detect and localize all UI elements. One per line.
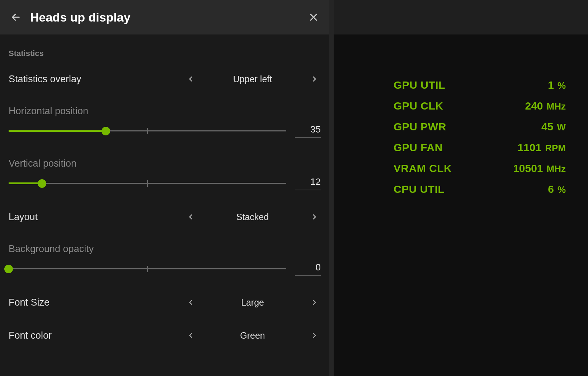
label-vertical-position: Vertical position (9, 158, 321, 169)
layout-value: Stacked (212, 212, 293, 222)
font-size-prev-button[interactable] (184, 296, 197, 309)
back-button[interactable] (9, 10, 23, 24)
selector-layout: Stacked (184, 210, 321, 223)
hud-unit: RPM (545, 143, 566, 154)
background-opacity-value[interactable]: 0 (295, 262, 321, 276)
layout-prev-button[interactable] (184, 210, 197, 223)
statistics-overlay-next-button[interactable] (308, 73, 321, 85)
hud-label: GPU PWR (394, 121, 446, 133)
font-size-value: Large (212, 297, 293, 308)
font-color-prev-button[interactable] (184, 329, 197, 342)
chevron-left-icon (187, 213, 194, 221)
panel-header: Heads up display (0, 0, 329, 34)
hud-label: GPU UTIL (394, 79, 445, 91)
hud-label: GPU FAN (394, 141, 443, 154)
hud-line: CPU UTIL 6 % (394, 183, 566, 195)
label-font-size: Font Size (9, 297, 50, 308)
hud-label: CPU UTIL (394, 183, 444, 195)
hud-value: 45 (541, 121, 553, 133)
slider-row-vertical: 12 (9, 176, 321, 190)
font-size-next-button[interactable] (308, 296, 321, 309)
row-statistics-overlay: Statistics overlay Upper left (9, 73, 321, 85)
vertical-position-value[interactable]: 12 (295, 176, 321, 190)
slider-row-horizontal: 35 (9, 124, 321, 138)
hud-line: GPU UTIL 1 % (394, 79, 566, 91)
arrow-left-icon (11, 12, 21, 22)
hud-value: 1101 (517, 141, 541, 154)
hud-unit: % (558, 80, 566, 91)
hud-line: GPU CLK 240 MHz (394, 100, 566, 112)
row-font-size: Font Size Large (9, 296, 321, 309)
hud-preview: GPU UTIL 1 % GPU CLK 240 MHz GPU PWR 45 … (394, 79, 566, 195)
hud-line: GPU FAN 1101 RPM (394, 141, 566, 154)
label-font-color: Font color (9, 330, 52, 341)
label-background-opacity: Background opacity (9, 243, 321, 255)
chevron-right-icon (311, 75, 318, 83)
app-root: Heads up display Statistics Statistics o… (0, 0, 588, 376)
row-layout: Layout Stacked (9, 210, 321, 223)
chevron-right-icon (311, 213, 318, 221)
label-layout: Layout (9, 212, 38, 223)
font-color-value: Green (212, 330, 293, 341)
selector-font-color: Green (184, 329, 321, 342)
layout-next-button[interactable] (308, 210, 321, 223)
row-font-color: Font color Green (9, 329, 321, 342)
selector-font-size: Large (184, 296, 321, 309)
chevron-right-icon (311, 332, 318, 339)
horizontal-position-value[interactable]: 35 (295, 124, 321, 138)
hud-value: 240 (525, 100, 543, 112)
hud-line: GPU PWR 45 W (394, 121, 566, 133)
hud-label: GPU CLK (394, 100, 443, 112)
chevron-left-icon (187, 299, 194, 306)
chevron-left-icon (187, 332, 194, 339)
hud-value: 10501 (513, 162, 543, 175)
slider-thumb[interactable] (102, 127, 110, 135)
label-horizontal-position: Horizontal position (9, 106, 321, 117)
slider-thumb[interactable] (38, 179, 46, 188)
row-vertical-position: Vertical position 12 (9, 158, 321, 190)
label-statistics-overlay: Statistics overlay (9, 74, 81, 85)
hud-unit: % (558, 184, 566, 195)
statistics-overlay-value: Upper left (212, 74, 293, 84)
horizontal-position-slider[interactable] (9, 127, 286, 135)
close-icon (309, 12, 319, 22)
statistics-overlay-prev-button[interactable] (184, 73, 197, 85)
hud-line: VRAM CLK 10501 MHz (394, 162, 566, 175)
hud-unit: MHz (547, 101, 566, 112)
vertical-position-slider[interactable] (9, 179, 286, 188)
section-title-statistics: Statistics (9, 49, 321, 58)
hud-value: 1 (548, 79, 554, 91)
hud-value: 6 (548, 183, 554, 195)
preview-top-strip (334, 0, 588, 34)
settings-panel: Heads up display Statistics Statistics o… (0, 0, 334, 376)
background-opacity-slider[interactable] (9, 265, 286, 273)
row-background-opacity: Background opacity 0 (9, 243, 321, 276)
row-horizontal-position: Horizontal position 35 (9, 106, 321, 138)
chevron-left-icon (187, 75, 194, 83)
chevron-right-icon (311, 299, 318, 306)
hud-label: VRAM CLK (394, 162, 452, 175)
hud-unit: W (557, 122, 566, 133)
page-title: Heads up display (30, 10, 131, 24)
font-color-next-button[interactable] (308, 329, 321, 342)
slider-thumb[interactable] (4, 265, 13, 273)
preview-panel: GPU UTIL 1 % GPU CLK 240 MHz GPU PWR 45 … (334, 0, 588, 376)
hud-unit: MHz (547, 163, 566, 175)
slider-row-opacity: 0 (9, 262, 321, 276)
settings-content: Statistics Statistics overlay Upper left… (0, 34, 329, 376)
selector-statistics-overlay: Upper left (184, 73, 321, 85)
close-button[interactable] (306, 10, 321, 24)
